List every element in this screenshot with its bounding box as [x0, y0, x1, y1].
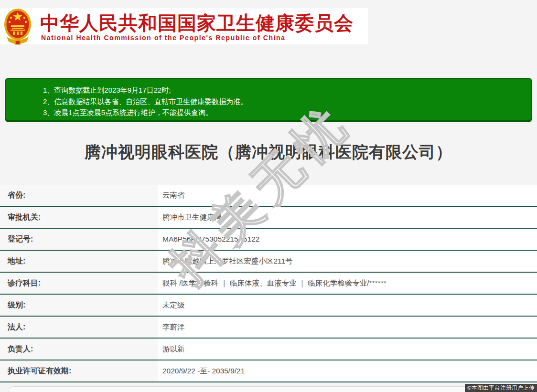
row-label: 审批机关: [0, 207, 158, 228]
table-row-province: 省份: 云南省 [0, 185, 537, 207]
row-value: 腾冲市卫生健康局 [158, 207, 537, 228]
row-label: 地址: [0, 251, 158, 272]
hospital-info-table: 省份: 云南省 审批机关: 腾冲市卫生健康局 登记号: MA6P56KU7530… [0, 185, 537, 382]
row-label: 执业许可证有效期: [0, 360, 158, 381]
row-value: 未定级 [158, 295, 537, 316]
row-value: 游以新 [158, 339, 537, 360]
national-emblem-icon [4, 7, 32, 45]
row-label: 法人: [0, 317, 158, 338]
row-value: 眼科 /医学检验科 ｜ 临床体液、血液专业 ｜ 临床化学检验专业/****** [158, 273, 537, 294]
table-row-address: 地址: 腾冲市腾越镇上绮罗社区宏盛小区211号 [0, 251, 537, 273]
hospital-title: 腾冲视明眼科医院（腾冲视明眼科医院有限公司） [0, 141, 537, 163]
table-row-approval-authority: 审批机关: 腾冲市卫生健康局 [0, 207, 537, 229]
upload-credit-badge: ©本图由平台注册用户上传 [465, 384, 537, 392]
notice-line-2: 2、信息数据结果以各省、自治区、直辖市卫生健康委数据为准。 [43, 96, 522, 107]
row-value: 李蔚洋 [158, 317, 537, 338]
site-title-cn: 中华人民共和国国家卫生健康委员会 [40, 10, 354, 36]
notice-line-1: 1、查询数据截止到2023年9月17日22时; [43, 85, 522, 96]
header: 中华人民共和国国家卫生健康委员会 National Health Commiss… [0, 8, 368, 44]
notice-box: 1、查询数据截止到2023年9月17日22时; 2、信息数据结果以各省、自治区、… [5, 78, 532, 122]
table-row-person-in-charge: 负责人: 游以新 [0, 339, 537, 360]
header-divider [0, 69, 537, 69]
row-label: 负责人: [0, 339, 158, 360]
row-value: 2020/9/22 -至- 2035/9/21 [158, 360, 537, 381]
table-row-level: 级别: 未定级 [0, 295, 537, 317]
title-divider [0, 176, 537, 176]
table-row-diagnosis-subjects: 诊疗科目: 眼科 /医学检验科 ｜ 临床体液、血液专业 ｜ 临床化学检验专业/*… [0, 273, 537, 295]
bottom-panel-edge [9, 386, 528, 392]
row-value: 云南省 [158, 185, 537, 206]
row-value: 腾冲市腾越镇上绮罗社区宏盛小区211号 [158, 251, 537, 272]
notice-line-3: 3、凌晨1点至凌晨5点系统进行维护，不能提供查询。 [43, 107, 522, 118]
table-row-legal-person: 法人: 李蔚洋 [0, 317, 537, 339]
row-label: 登记号: [0, 229, 158, 250]
row-label: 级别: [0, 295, 158, 316]
table-row-registration-number: 登记号: MA6P56KU753052215A5122 [0, 229, 537, 251]
row-value: MA6P56KU753052215A5122 [158, 229, 537, 250]
site-title-en: National Health Commission of the People… [41, 34, 286, 42]
table-row-license-validity: 执业许可证有效期: 2020/9/22 -至- 2035/9/21 [0, 360, 537, 382]
row-label: 省份: [0, 185, 158, 206]
row-label: 诊疗科目: [0, 273, 158, 294]
